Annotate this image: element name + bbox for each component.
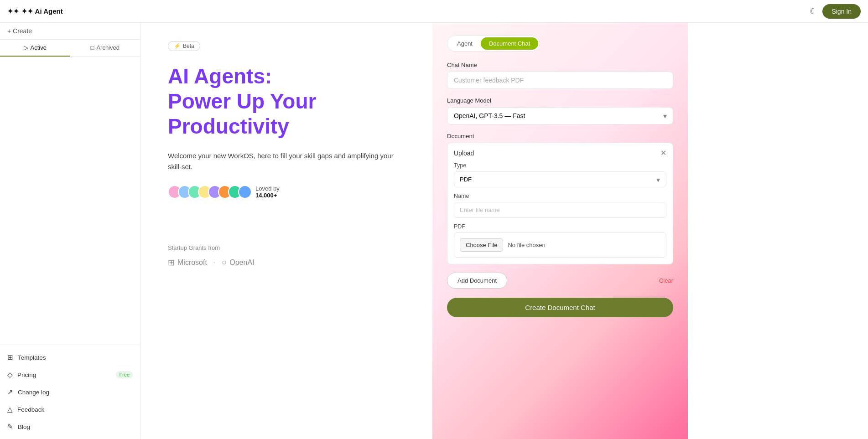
- templates-label: Templates: [18, 354, 46, 361]
- moon-icon: ☾: [810, 7, 817, 16]
- upload-label: Upload: [454, 150, 474, 157]
- openai-logo: ○ OpenAI: [222, 258, 254, 267]
- theme-toggle-button[interactable]: ☾: [810, 6, 817, 16]
- document-section: Upload ✕ Type PDF Word Text CSV: [447, 143, 673, 264]
- loved-by-text: Loved by 14,000+: [255, 185, 280, 199]
- type-select-wrapper: PDF Word Text CSV: [454, 171, 666, 187]
- beta-icon: ⚡: [174, 43, 181, 49]
- create-document-chat-button[interactable]: Create Document Chat: [447, 298, 673, 317]
- hero-title: AI Agents: Power Up Your Productivity: [168, 64, 405, 139]
- choose-file-button[interactable]: Choose File: [460, 238, 503, 252]
- chat-name-label: Chat Name: [447, 62, 673, 68]
- tab-active[interactable]: ▷ Active: [0, 40, 70, 57]
- type-label: Type: [454, 162, 666, 169]
- feedback-icon: △: [7, 405, 13, 413]
- avatar-stack: [168, 185, 252, 199]
- archived-tab-icon: □: [91, 44, 94, 51]
- create-button[interactable]: + Create: [0, 23, 140, 40]
- document-section-header: Upload ✕: [454, 150, 666, 157]
- pricing-label: Pricing: [17, 372, 36, 378]
- startup-logos: ⊞ Microsoft · ○ OpenAI: [168, 258, 405, 268]
- name-label: Name: [454, 193, 666, 199]
- blog-icon: ✎: [7, 423, 13, 431]
- startup-section: Startup Grants from ⊞ Microsoft · ○ Open…: [168, 244, 405, 268]
- beta-badge: ⚡ Beta: [168, 41, 200, 51]
- templates-icon: ⊞: [7, 353, 13, 362]
- startup-label: Startup Grants from: [168, 244, 405, 251]
- name-group: Name: [454, 193, 666, 223]
- beta-label: Beta: [183, 43, 194, 49]
- pdf-label: PDF: [454, 223, 666, 230]
- pricing-icon: ◇: [7, 371, 13, 379]
- active-tab-icon: ▷: [24, 44, 28, 51]
- changelog-label: Change log: [18, 389, 49, 396]
- feedback-label: Feedback: [17, 406, 44, 413]
- sidebar-item-pricing[interactable]: ◇ Pricing Free: [0, 366, 140, 383]
- document-group: Document Upload ✕ Type PDF Word Text CSV: [447, 133, 673, 264]
- avatars-row: Loved by 14,000+: [168, 185, 405, 199]
- type-group: Type PDF Word Text CSV: [454, 162, 666, 187]
- hero-description: Welcome your new WorkOS, here to fill yo…: [168, 150, 405, 172]
- type-select[interactable]: PDF Word Text CSV: [454, 171, 666, 187]
- sidebar-item-templates[interactable]: ⊞ Templates: [0, 349, 140, 366]
- microsoft-icon: ⊞: [168, 258, 175, 268]
- active-tab-label: Active: [31, 44, 47, 51]
- tab-document-chat[interactable]: Document Chat: [481, 37, 538, 50]
- tab-archived[interactable]: □ Archived: [70, 40, 140, 57]
- free-badge: Free: [116, 371, 133, 378]
- sparkles-icon: ✦✦: [7, 7, 19, 15]
- tabs-row: ▷ Active □ Archived: [0, 40, 140, 57]
- choose-file-label: Choose File: [466, 242, 497, 248]
- sidebar-item-blog[interactable]: ✎ Blog: [0, 418, 140, 435]
- pdf-input-box: Choose File No file chosen: [454, 232, 666, 258]
- avatar: [238, 185, 252, 199]
- tab-agent[interactable]: Agent: [449, 37, 481, 50]
- clear-button[interactable]: Clear: [659, 277, 673, 284]
- language-model-select-wrapper: OpenAI, GPT-3.5 — Fast OpenAI, GPT-4 Ant…: [447, 107, 673, 124]
- sidebar: + Create ▷ Active □ Archived ⊞ Templates…: [0, 23, 140, 439]
- file-name-input[interactable]: [454, 202, 666, 218]
- language-model-group: Language Model OpenAI, GPT-3.5 — Fast Op…: [447, 97, 673, 124]
- openai-icon: ○: [222, 258, 227, 267]
- no-file-text: No file chosen: [508, 242, 545, 248]
- sidebar-list: [0, 57, 140, 345]
- sidebar-item-changelog[interactable]: ↗ Change log: [0, 383, 140, 401]
- sidebar-footer: ⊞ Templates ◇ Pricing Free ↗ Change log …: [0, 345, 140, 439]
- sidebar-item-feedback[interactable]: △ Feedback: [0, 401, 140, 418]
- chat-name-input[interactable]: [447, 72, 673, 89]
- add-document-button[interactable]: Add Document: [447, 273, 507, 289]
- app-logo: ✦✦ ✦✦ Ai Agent: [7, 7, 63, 15]
- panel-tabs: Agent Document Chat: [447, 36, 540, 52]
- openai-label: OpenAI: [229, 258, 254, 267]
- microsoft-label: Microsoft: [177, 258, 207, 267]
- right-panel: Agent Document Chat Chat Name Language M…: [432, 23, 688, 439]
- sign-in-button[interactable]: Sign In: [822, 4, 861, 19]
- close-document-button[interactable]: ✕: [660, 150, 666, 157]
- archived-tab-label: Archived: [96, 44, 120, 51]
- pdf-group: PDF Choose File No file chosen: [454, 223, 666, 258]
- main-content: ⚡ Beta AI Agents: Power Up Your Producti…: [140, 23, 432, 439]
- file-input-wrapper: Choose File: [460, 238, 503, 252]
- blog-label: Blog: [18, 424, 30, 430]
- language-model-label: Language Model: [447, 97, 673, 104]
- document-label: Document: [447, 133, 673, 139]
- microsoft-logo: ⊞ Microsoft: [168, 258, 207, 268]
- changelog-icon: ↗: [7, 388, 13, 396]
- action-row: Add Document Clear: [447, 273, 673, 289]
- chat-name-group: Chat Name: [447, 62, 673, 89]
- dot-separator: ·: [213, 258, 215, 267]
- language-model-select[interactable]: OpenAI, GPT-3.5 — Fast OpenAI, GPT-4 Ant…: [447, 107, 673, 124]
